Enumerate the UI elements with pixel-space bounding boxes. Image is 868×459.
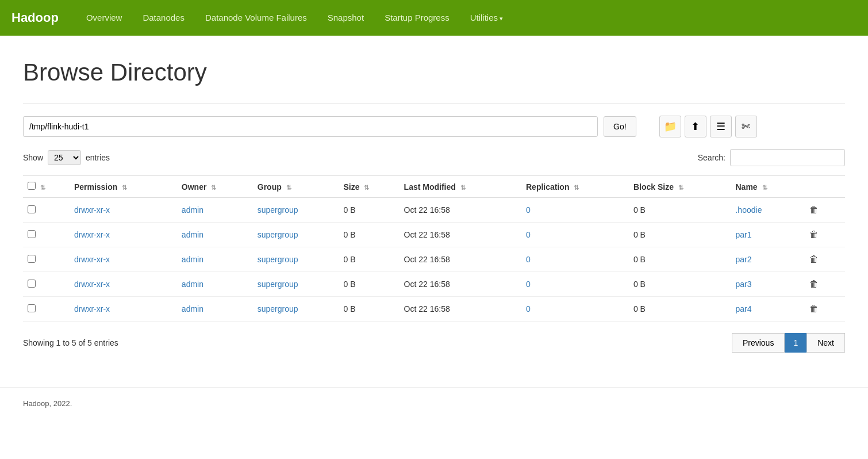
owner-link-3[interactable]: admin [182, 280, 203, 289]
name-link-2[interactable]: par2 [735, 255, 751, 264]
row-checkbox-0[interactable] [28, 205, 36, 213]
row-block-size: 0 B [629, 247, 731, 272]
permission-link-1[interactable]: drwxr-xr-x [74, 230, 110, 239]
row-replication: 0 [521, 247, 629, 272]
replication-link-0[interactable]: 0 [526, 205, 531, 215]
navbar-link-snapshot[interactable]: Snapshot [317, 0, 374, 36]
group-link-2[interactable]: supergroup [258, 255, 298, 264]
search-input[interactable] [730, 149, 845, 166]
owner-sort-icon[interactable]: ⇅ [211, 184, 216, 191]
row-delete-cell: 🗑 [801, 247, 845, 272]
row-permission: drwxr-xr-x [70, 297, 177, 322]
row-checkbox-2[interactable] [28, 255, 36, 263]
row-delete-cell: 🗑 [801, 297, 845, 322]
copy-icon-button[interactable]: ✄ [735, 116, 757, 137]
navbar-link-startup-progress[interactable]: Startup Progress [374, 0, 460, 36]
group-link-0[interactable]: supergroup [258, 205, 298, 215]
replication-link-1[interactable]: 0 [526, 230, 531, 239]
replication-link-3[interactable]: 0 [526, 280, 531, 289]
name-link-1[interactable]: par1 [735, 230, 751, 239]
th-name: Name ⇅ [731, 176, 801, 198]
current-page-number[interactable]: 1 [785, 333, 806, 353]
go-button[interactable]: Go! [604, 116, 636, 137]
th-group-label: Group [258, 182, 282, 192]
pagination-buttons: Previous 1 Next [732, 333, 845, 353]
footer: Hadoop, 2022. [0, 387, 868, 419]
navbar-link-overview[interactable]: Overview [76, 0, 133, 36]
row-checkbox-cell [23, 247, 70, 272]
entries-label: entries [86, 153, 110, 162]
row-delete-cell: 🗑 [801, 223, 845, 247]
navbar-link-utilities[interactable]: Utilities [460, 0, 513, 36]
permission-link-4[interactable]: drwxr-xr-x [74, 304, 110, 313]
row-group: supergroup [253, 272, 339, 297]
select-all-checkbox[interactable] [28, 182, 36, 190]
owner-link-4[interactable]: admin [182, 304, 203, 313]
permission-link-2[interactable]: drwxr-xr-x [74, 255, 110, 264]
group-sort-icon[interactable]: ⇅ [286, 184, 291, 191]
navbar-brand[interactable]: Hadoop [11, 10, 59, 25]
owner-link-2[interactable]: admin [182, 255, 203, 264]
th-replication: Replication ⇅ [521, 176, 629, 198]
upload-icon: ⬆ [691, 120, 700, 133]
group-link-1[interactable]: supergroup [258, 230, 298, 239]
row-checkbox-1[interactable] [28, 230, 36, 238]
next-button[interactable]: Next [806, 333, 845, 353]
table-row: drwxr-xr-xadminsupergroup0 BOct 22 16:58… [23, 247, 845, 272]
owner-link-1[interactable]: admin [182, 230, 203, 239]
replication-link-2[interactable]: 0 [526, 255, 531, 264]
row-block-size: 0 B [629, 198, 731, 223]
block-size-sort-icon[interactable]: ⇅ [678, 184, 683, 191]
folder-icon-button[interactable]: 📁 [659, 116, 681, 137]
name-link-0[interactable]: .hoodie [735, 205, 762, 215]
delete-button-3[interactable]: 🗑 [806, 278, 822, 290]
row-name: par4 [731, 297, 801, 322]
entries-select[interactable]: 10 25 50 100 [48, 150, 81, 165]
permission-sort-icon[interactable]: ⇅ [122, 184, 127, 191]
list-icon: ☰ [716, 120, 725, 133]
owner-link-0[interactable]: admin [182, 205, 203, 215]
search-box: Search: [698, 149, 845, 166]
path-row: Go! 📁 ⬆ ☰ ✄ [23, 116, 845, 137]
pagination-row: Showing 1 to 5 of 5 entries Previous 1 N… [23, 333, 845, 353]
row-last-modified: Oct 22 16:58 [400, 198, 521, 223]
delete-button-1[interactable]: 🗑 [806, 228, 822, 241]
th-owner: Owner ⇅ [177, 176, 253, 198]
last-modified-sort-icon[interactable]: ⇅ [460, 184, 466, 191]
delete-button-4[interactable]: 🗑 [806, 303, 822, 315]
name-sort-icon[interactable]: ⇅ [762, 184, 767, 191]
row-checkbox-4[interactable] [28, 304, 36, 312]
navbar-item-datanodes: Datanodes [132, 0, 195, 36]
name-link-3[interactable]: par3 [735, 280, 751, 289]
navbar-item-datanode-volume-failures: Datanode Volume Failures [195, 0, 317, 36]
row-size: 0 B [339, 247, 400, 272]
replication-link-4[interactable]: 0 [526, 304, 531, 313]
page-title: Browse Directory [23, 59, 845, 86]
row-checkbox-cell [23, 198, 70, 223]
row-permission: drwxr-xr-x [70, 198, 177, 223]
group-link-3[interactable]: supergroup [258, 280, 298, 289]
table-body: drwxr-xr-xadminsupergroup0 BOct 22 16:58… [23, 198, 845, 322]
folder-icon: 📁 [664, 120, 677, 133]
divider [23, 104, 845, 104]
navbar-item-startup-progress: Startup Progress [374, 0, 460, 36]
row-checkbox-cell [23, 272, 70, 297]
th-replication-label: Replication [526, 182, 569, 192]
path-input[interactable] [23, 116, 598, 137]
navbar-link-datanode-volume-failures[interactable]: Datanode Volume Failures [195, 0, 317, 36]
replication-sort-icon[interactable]: ⇅ [574, 184, 579, 191]
data-table: ⇅ Permission ⇅ Owner ⇅ Group ⇅ Size ⇅ [23, 175, 845, 322]
list-icon-button[interactable]: ☰ [710, 116, 732, 137]
delete-button-2[interactable]: 🗑 [806, 253, 822, 266]
group-link-4[interactable]: supergroup [258, 304, 298, 313]
delete-button-0[interactable]: 🗑 [806, 204, 822, 216]
upload-icon-button[interactable]: ⬆ [685, 116, 706, 137]
name-link-4[interactable]: par4 [735, 304, 751, 313]
permission-link-3[interactable]: drwxr-xr-x [74, 280, 110, 289]
navbar-link-datanodes[interactable]: Datanodes [132, 0, 195, 36]
row-checkbox-3[interactable] [28, 280, 36, 288]
previous-button[interactable]: Previous [732, 333, 785, 353]
size-sort-icon[interactable]: ⇅ [364, 184, 369, 191]
table-row: drwxr-xr-xadminsupergroup0 BOct 22 16:58… [23, 223, 845, 247]
permission-link-0[interactable]: drwxr-xr-x [74, 205, 110, 215]
